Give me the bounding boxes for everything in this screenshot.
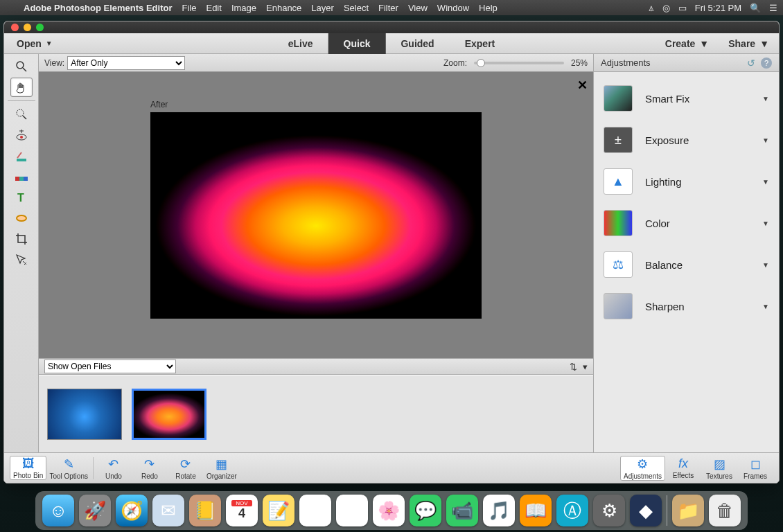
- zoom-slider-thumb[interactable]: [477, 59, 485, 67]
- photo-bin: [39, 375, 593, 452]
- spotlight-icon[interactable]: 🔍: [750, 3, 761, 13]
- dock-pse[interactable]: ◆: [630, 495, 662, 526]
- organizer-button[interactable]: ▦Organizer: [204, 456, 240, 480]
- dock-launchpad[interactable]: 🚀: [79, 495, 111, 526]
- dock-settings[interactable]: ⚙: [593, 495, 625, 526]
- rotate-button[interactable]: ⟳Rotate: [168, 456, 204, 480]
- notification-icon[interactable]: ⍋: [649, 3, 654, 13]
- photo-bin-button[interactable]: 🖼Photo Bin: [10, 456, 46, 480]
- svg-point-7: [20, 136, 23, 139]
- adjust-lighting[interactable]: ▲Lighting▼: [594, 161, 779, 202]
- canvas-area[interactable]: ✕ After: [39, 72, 593, 358]
- effects-panel-button[interactable]: fxEffects: [665, 456, 701, 479]
- dock-messages[interactable]: 💬: [410, 495, 441, 526]
- view-select[interactable]: After Only: [67, 56, 185, 70]
- tool-options-button[interactable]: ✎Tool Options: [46, 456, 91, 480]
- right-panel-header: Adjustments ↺ ?: [594, 54, 779, 72]
- text-tool[interactable]: T: [10, 188, 33, 207]
- crop-tool[interactable]: [10, 229, 33, 249]
- dock-photos[interactable]: 🌸: [373, 495, 405, 526]
- window-close-button[interactable]: [11, 24, 19, 31]
- adjust-balance[interactable]: ⚖Balance▼: [594, 244, 779, 285]
- dock-ibooks[interactable]: 📖: [520, 495, 552, 526]
- menu-edit[interactable]: Edit: [206, 3, 221, 13]
- chevron-down-icon: ▼: [762, 178, 769, 186]
- move-tool[interactable]: [10, 250, 33, 269]
- share-menu-button[interactable]: Share ▼: [719, 38, 779, 49]
- help-icon[interactable]: ?: [761, 57, 772, 69]
- document-canvas[interactable]: [150, 112, 482, 319]
- dock-notes[interactable]: 📝: [263, 495, 294, 526]
- adjust-smartfix[interactable]: Smart Fix▼: [594, 78, 779, 119]
- mode-expert[interactable]: Expert: [450, 33, 511, 54]
- adjustments-panel-button[interactable]: ⚙Adjustments: [620, 456, 665, 481]
- sharpen-icon: [604, 293, 633, 319]
- menu-enhance[interactable]: Enhance: [266, 3, 301, 13]
- dock-downloads[interactable]: 📁: [672, 495, 704, 526]
- dock-safari[interactable]: 🧭: [116, 495, 148, 526]
- redo-button[interactable]: ↷Redo: [132, 456, 168, 480]
- spot-heal-tool[interactable]: [10, 167, 33, 186]
- hand-tool[interactable]: [10, 78, 33, 97]
- reset-icon[interactable]: ↺: [747, 57, 755, 69]
- menu-help[interactable]: Help: [479, 3, 498, 13]
- clock[interactable]: Fri 5:21 PM: [695, 3, 741, 13]
- mode-elive[interactable]: eLive: [273, 33, 328, 54]
- menu-layer[interactable]: Layer: [311, 3, 334, 13]
- menu-view[interactable]: View: [408, 3, 428, 13]
- mac-menubar: Adobe Photoshop Elements Editor File Edi…: [0, 0, 783, 15]
- window-titlebar: [4, 21, 779, 33]
- photo-bin-thumb-1[interactable]: [47, 389, 122, 440]
- close-document-button[interactable]: ✕: [577, 78, 588, 93]
- menu-select[interactable]: Select: [344, 3, 369, 13]
- menu-filter[interactable]: Filter: [378, 3, 398, 13]
- svg-line-3: [23, 116, 26, 119]
- frames-panel-button[interactable]: ◻Frames: [737, 456, 773, 480]
- mode-guided[interactable]: Guided: [385, 33, 449, 54]
- zoom-slider[interactable]: [474, 62, 564, 64]
- display-icon[interactable]: ▭: [678, 3, 687, 13]
- textures-panel-button[interactable]: ▨Textures: [701, 456, 737, 480]
- bin-menu-icon[interactable]: ▾: [583, 362, 588, 372]
- undo-button[interactable]: ↶Undo: [96, 456, 132, 480]
- svg-point-14: [17, 215, 26, 221]
- adjust-exposure[interactable]: ±Exposure▼: [594, 119, 779, 161]
- app-window: Open ▼ eLive Quick Guided Expert Create …: [3, 21, 780, 484]
- bin-sort-icon[interactable]: ⇅: [570, 362, 577, 372]
- dock-maps[interactable]: 🗺: [336, 495, 368, 526]
- dock-appstore[interactable]: Ⓐ: [556, 495, 588, 526]
- menu-image[interactable]: Image: [231, 3, 256, 13]
- cc-icon[interactable]: ◎: [662, 3, 670, 13]
- mode-quick[interactable]: Quick: [328, 33, 386, 54]
- redeye-tool[interactable]: [10, 125, 33, 145]
- create-menu-button[interactable]: Create ▼: [656, 38, 719, 49]
- dock-mail[interactable]: ✉: [152, 495, 184, 526]
- photo-bin-bar: Show Open Files ⇅ ▾: [39, 358, 593, 375]
- adjust-sharpen[interactable]: Sharpen▼: [594, 285, 779, 327]
- photo-bin-select[interactable]: Show Open Files: [44, 360, 176, 373]
- photo-bin-thumb-2[interactable]: [132, 389, 206, 440]
- adjust-color[interactable]: Color▼: [594, 202, 779, 244]
- dock-trash[interactable]: 🗑: [709, 495, 741, 526]
- open-menu-button[interactable]: Open ▼: [4, 38, 65, 49]
- menu-file[interactable]: File: [182, 3, 197, 13]
- window-minimize-button[interactable]: [24, 24, 31, 31]
- bottom-taskbar: 🖼Photo Bin ✎Tool Options ↶Undo ↷Redo ⟳Ro…: [4, 452, 779, 483]
- zoom-tool[interactable]: [10, 57, 33, 76]
- whiten-tool[interactable]: [10, 146, 33, 166]
- dock-finder[interactable]: ☺: [42, 495, 74, 526]
- menu-extras-icon[interactable]: ☰: [769, 3, 777, 13]
- menu-window[interactable]: Window: [437, 3, 469, 13]
- dock-facetime[interactable]: 📹: [446, 495, 478, 526]
- dock-calendar[interactable]: NOV4: [226, 495, 258, 526]
- adjustments-list: Smart Fix▼ ±Exposure▼ ▲Lighting▼ Color▼ …: [594, 72, 779, 452]
- spot-healing-brush-tool[interactable]: [10, 209, 33, 228]
- window-zoom-button[interactable]: [36, 24, 44, 31]
- quick-select-tool[interactable]: [10, 105, 33, 124]
- tool-separator: [8, 100, 35, 101]
- app-name[interactable]: Adobe Photoshop Elements Editor: [24, 3, 173, 13]
- dock-itunes[interactable]: 🎵: [483, 495, 515, 526]
- undo-icon: ↶: [108, 456, 118, 472]
- dock-contacts[interactable]: 📒: [189, 495, 221, 526]
- dock-reminders[interactable]: ☑: [299, 495, 331, 526]
